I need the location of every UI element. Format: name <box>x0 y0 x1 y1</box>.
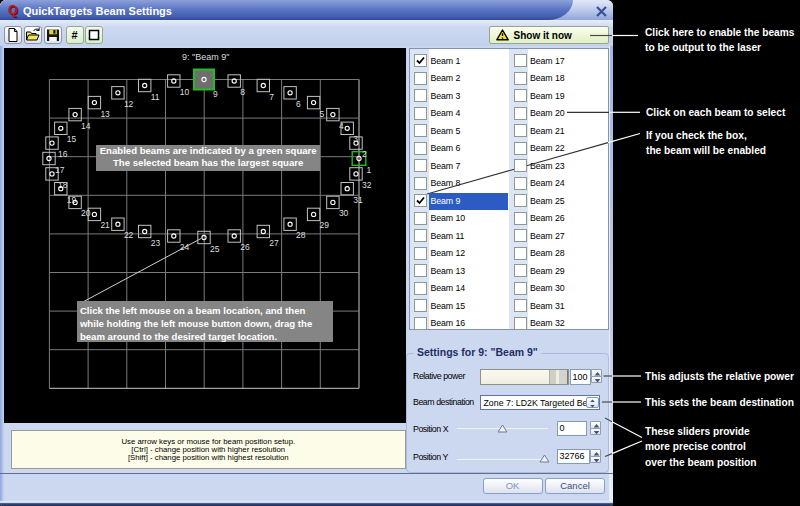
svg-text:21: 21 <box>100 220 110 230</box>
svg-text:30: 30 <box>339 208 349 218</box>
svg-text:9: 9 <box>213 88 218 98</box>
svg-text:2: 2 <box>362 149 367 159</box>
svg-text:32: 32 <box>362 179 372 189</box>
svg-text:29: 29 <box>320 220 330 230</box>
svg-text:11: 11 <box>151 91 160 101</box>
svg-text:23: 23 <box>151 237 161 247</box>
svg-text:7: 7 <box>269 91 274 101</box>
svg-text:13: 13 <box>100 108 110 118</box>
svg-text:1: 1 <box>367 164 372 174</box>
svg-text:8: 8 <box>240 87 245 97</box>
svg-text:25: 25 <box>210 243 220 253</box>
svg-text:31: 31 <box>353 194 363 204</box>
svg-text:22: 22 <box>124 230 134 240</box>
svg-text:28: 28 <box>296 230 306 240</box>
svg-text:5: 5 <box>320 108 325 118</box>
svg-text:26: 26 <box>240 242 250 252</box>
svg-text:16: 16 <box>58 149 68 159</box>
svg-text:24: 24 <box>180 242 190 252</box>
svg-text:15: 15 <box>67 134 77 144</box>
svg-text:10: 10 <box>180 87 190 97</box>
svg-text:27: 27 <box>269 237 279 247</box>
svg-text:6: 6 <box>296 98 301 108</box>
svg-text:3: 3 <box>353 134 358 144</box>
svg-text:20: 20 <box>81 208 91 218</box>
svg-text:14: 14 <box>81 120 91 130</box>
svg-text:17: 17 <box>55 164 65 174</box>
svg-text:12: 12 <box>124 98 134 108</box>
svg-text:4: 4 <box>339 120 344 130</box>
